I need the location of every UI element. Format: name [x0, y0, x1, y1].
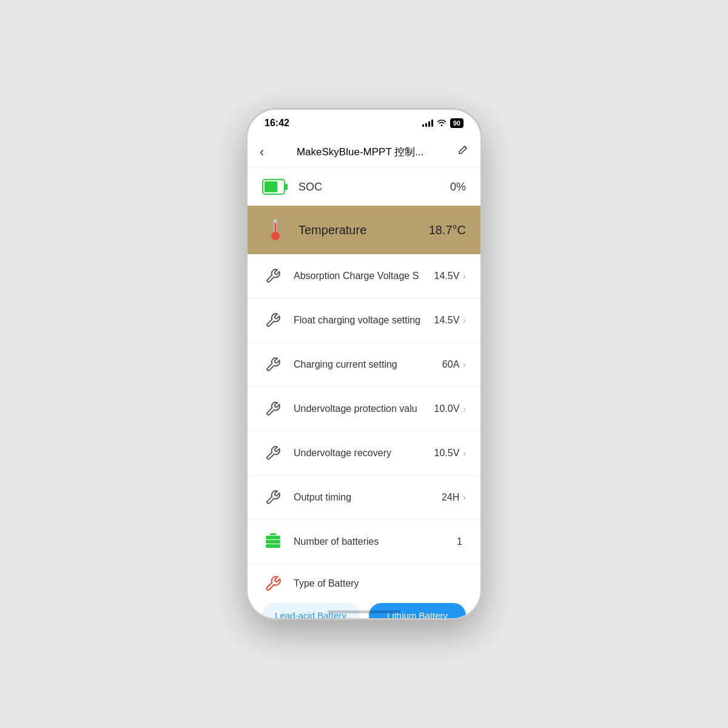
wifi-icon	[437, 119, 447, 128]
chevron-icon-4: ›	[463, 448, 466, 458]
wrench-icon-4	[262, 442, 284, 464]
soc-row[interactable]: SOC 0%	[248, 168, 480, 206]
edit-button[interactable]	[456, 144, 468, 160]
battery-type-label-row: Type of Battery	[262, 573, 466, 595]
status-icons: 90	[422, 118, 463, 128]
temperature-icon	[262, 217, 289, 243]
undervoltage-recovery-label: Undervoltage recovery	[294, 448, 434, 459]
battery-status-indicator: 90	[450, 118, 463, 128]
svg-rect-8	[266, 540, 280, 544]
battery-type-icon	[262, 573, 284, 595]
absorption-charge-label: Absorption Charge Voltage S	[294, 271, 434, 281]
battery-count-icon	[262, 531, 284, 553]
svg-rect-10	[270, 533, 276, 535]
chevron-icon-2: ›	[463, 360, 466, 369]
charging-current-row[interactable]: Charging current setting 60A ›	[248, 343, 480, 387]
undervoltage-recovery-row[interactable]: Undervoltage recovery 10.5V ›	[248, 431, 480, 476]
absorption-charge-value: 14.5V	[434, 271, 460, 281]
soc-value: 0%	[450, 181, 466, 194]
undervoltage-protection-row[interactable]: Undervoltage protection valu 10.0V ›	[248, 387, 480, 431]
output-timing-row[interactable]: Output timing 24H ›	[248, 476, 480, 520]
temperature-label: Temperature	[298, 223, 429, 237]
temperature-value: 18.7°C	[429, 223, 466, 237]
home-indicator	[328, 610, 400, 613]
chevron-icon-1: ›	[463, 315, 466, 325]
status-time: 16:42	[265, 118, 289, 129]
battery-type-text: Type of Battery	[294, 578, 359, 589]
charging-current-value: 60A	[442, 359, 459, 370]
soc-label: SOC	[298, 181, 450, 194]
status-bar: 16:42 90	[248, 110, 480, 136]
soc-battery-icon	[262, 179, 289, 195]
signal-icon	[422, 120, 433, 127]
back-button[interactable]: ‹	[260, 144, 264, 160]
undervoltage-protection-value: 10.0V	[434, 403, 460, 414]
content-area: SOC 0% Temperature	[248, 168, 480, 620]
settings-list: Absorption Charge Voltage S 14.5V › Floa…	[248, 254, 480, 564]
float-charge-label: Float charging voltage setting	[294, 315, 434, 326]
chevron-icon-3: ›	[463, 404, 466, 414]
output-timing-value: 24H	[442, 492, 459, 503]
battery-count-value: 1	[457, 536, 462, 547]
temperature-row[interactable]: Temperature 18.7°C	[248, 206, 480, 254]
nav-bar: ‹ MakeSkyBlue-MPPT 控制...	[248, 136, 480, 168]
svg-rect-1	[275, 223, 277, 232]
wrench-icon-0	[262, 265, 284, 287]
phone-frame: 16:42 90 ‹ MakeSkyBlue-MPPT 控制...	[246, 108, 482, 620]
wrench-icon-3	[262, 398, 284, 420]
svg-rect-9	[266, 544, 280, 548]
svg-point-2	[271, 232, 280, 240]
output-timing-label: Output timing	[294, 492, 442, 503]
wrench-icon-2	[262, 354, 284, 376]
charging-current-label: Charging current setting	[294, 359, 442, 370]
chevron-icon-0: ›	[463, 271, 466, 281]
wrench-icon-5	[262, 487, 284, 508]
page-title: MakeSkyBlue-MPPT 控制...	[297, 145, 423, 159]
wrench-icon-1	[262, 309, 284, 331]
float-charge-row[interactable]: Float charging voltage setting 14.5V ›	[248, 298, 480, 343]
battery-count-row[interactable]: Number of batteries 1	[248, 520, 480, 564]
undervoltage-recovery-value: 10.5V	[434, 448, 460, 459]
chevron-icon-5: ›	[463, 493, 466, 502]
float-charge-value: 14.5V	[434, 315, 460, 326]
svg-rect-7	[266, 536, 280, 539]
undervoltage-protection-label: Undervoltage protection valu	[294, 403, 434, 414]
absorption-charge-row[interactable]: Absorption Charge Voltage S 14.5V ›	[248, 254, 480, 298]
battery-count-label: Number of batteries	[294, 536, 457, 547]
